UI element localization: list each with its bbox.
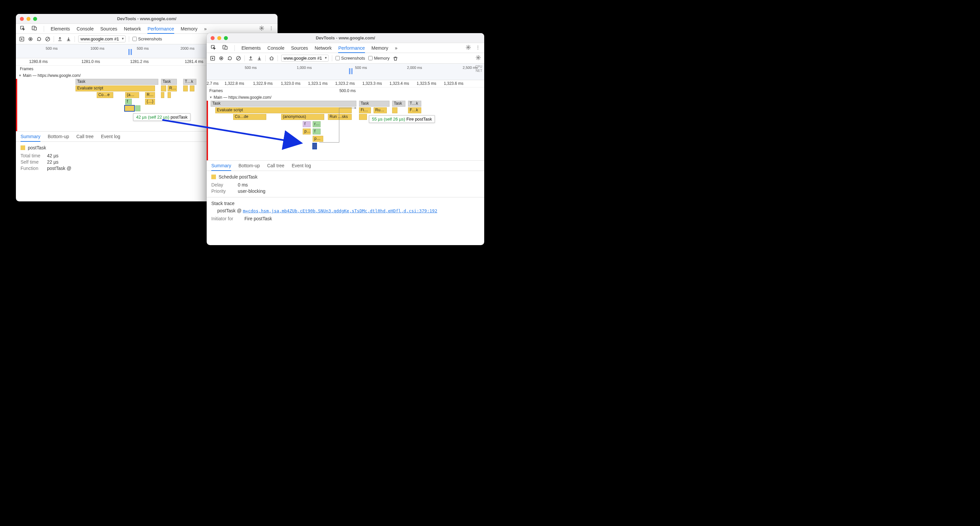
memory-checkbox[interactable]: Memory — [368, 56, 390, 61]
tab-console[interactable]: Console — [267, 45, 284, 51]
tab-elements[interactable]: Elements — [51, 26, 70, 32]
tab-network[interactable]: Network — [124, 26, 141, 32]
tab-sources[interactable]: Sources — [100, 26, 117, 32]
flame-entry-selected[interactable] — [313, 143, 317, 149]
tab-performance[interactable]: Performance — [338, 45, 364, 53]
dtab-calltree[interactable]: Call tree — [76, 134, 94, 139]
tab-sources[interactable]: Sources — [291, 45, 308, 51]
flame-entry[interactable] — [183, 86, 188, 91]
flame-entry[interactable]: Ru…s — [374, 107, 387, 113]
flame-entry[interactable]: f — [303, 121, 311, 127]
svg-point-6 — [30, 38, 32, 40]
kebab-icon[interactable]: ⋮ — [269, 26, 274, 32]
collapse-icon[interactable]: ▼ — [209, 96, 212, 99]
dtab-eventlog[interactable]: Event log — [101, 134, 120, 139]
device-toggle-icon[interactable] — [32, 26, 37, 32]
tab-performance[interactable]: Performance — [147, 26, 174, 34]
dtab-bottomup[interactable]: Bottom-up — [239, 163, 260, 168]
flame-entry[interactable]: Co…e — [97, 92, 113, 98]
gc-icon[interactable] — [393, 56, 398, 61]
tab-memory[interactable]: Memory — [372, 45, 388, 51]
flame-entry[interactable] — [161, 86, 166, 91]
dtab-eventlog[interactable]: Event log — [292, 163, 311, 168]
flame-entry[interactable]: R…s — [145, 92, 155, 98]
dtab-summary[interactable]: Summary — [211, 163, 231, 171]
svg-rect-2 — [34, 27, 37, 30]
overview-window-icon[interactable] — [349, 68, 352, 74]
flame-entry-task[interactable]: Task — [359, 101, 390, 107]
time-ruler[interactable]: 2.7 ms 1,322.8 ms 1,322.9 ms 1,323.0 ms … — [207, 80, 484, 88]
overflow-tabs-icon[interactable]: » — [395, 45, 398, 51]
screenshots-checkbox[interactable]: Screenshots — [336, 56, 365, 61]
source-link[interactable]: m=cdos,hsm,jsa,mb4ZUb,cEt90b,SNUn3,qddgK… — [243, 208, 437, 213]
flame-entry[interactable]: f — [125, 99, 132, 105]
dtab-calltree[interactable]: Call tree — [267, 163, 285, 168]
reload-icon[interactable] — [227, 56, 232, 61]
dtab-bottomup[interactable]: Bottom-up — [48, 134, 69, 139]
screenshots-checkbox[interactable]: Screenshots — [132, 37, 162, 41]
download-icon[interactable] — [66, 37, 71, 42]
tab-console[interactable]: Console — [76, 26, 93, 32]
async-link-icon — [319, 108, 362, 148]
device-toggle-icon[interactable] — [223, 45, 228, 51]
flame-entry[interactable]: R… — [168, 86, 177, 91]
flame-entry-task[interactable]: Task — [161, 79, 177, 85]
panel-tabs[interactable]: Elements Console Sources Network Perform… — [16, 24, 278, 34]
kebab-icon[interactable]: ⋮ — [476, 45, 480, 51]
reload-icon[interactable] — [37, 37, 42, 42]
dtab-summary[interactable]: Summary — [21, 134, 40, 142]
ruler-tick: 1,323.3 ms — [362, 81, 382, 86]
titlebar[interactable]: DevTools - www.google.com/ — [16, 14, 278, 24]
tab-network[interactable]: Network — [315, 45, 331, 51]
inspect-icon[interactable] — [20, 26, 25, 32]
detail-tabs[interactable]: Summary Bottom-up Call tree Event log — [207, 160, 484, 171]
titlebar[interactable]: DevTools - www.google.com/ — [207, 33, 484, 43]
flame-entry[interactable] — [161, 92, 164, 98]
upload-icon[interactable] — [57, 37, 63, 42]
toggle-timeline-icon[interactable] — [19, 37, 24, 42]
collapse-icon[interactable]: ▼ — [19, 74, 22, 77]
settings-icon[interactable] — [259, 26, 264, 32]
toggle-timeline-icon[interactable] — [210, 56, 215, 61]
flame-entry-selected[interactable] — [124, 105, 134, 111]
frames-track-label[interactable]: Frames 500.0 ms — [207, 88, 484, 94]
devtools-window-b: DevTools - www.google.com/ Elements Cons… — [207, 33, 484, 245]
panel-tabs[interactable]: Elements Console Sources Network Perform… — [207, 43, 484, 53]
overview-ruler[interactable]: 500 ms 1,000 ms 500 ms 2,000 ms 2,500 ms… — [207, 64, 484, 80]
summary-panel: Schedule postTask Delay0 ms Priorityuser… — [207, 171, 484, 226]
inspect-icon[interactable] — [211, 45, 216, 51]
overflow-tabs-icon[interactable]: » — [204, 26, 207, 32]
settings-icon[interactable] — [466, 45, 471, 51]
flame-entry-task[interactable]: Task — [392, 101, 406, 107]
tab-elements[interactable]: Elements — [242, 45, 261, 51]
flame-entry[interactable]: (anonymous) — [281, 114, 324, 120]
main-track-label[interactable]: ▼Main — https://www.google.com/ — [207, 94, 484, 101]
tab-memory[interactable]: Memory — [181, 26, 198, 32]
record-icon[interactable] — [28, 37, 33, 42]
flame-entry[interactable]: (…) — [145, 99, 155, 105]
panel-settings-icon[interactable] — [476, 55, 481, 61]
overview-window-icon[interactable] — [129, 49, 132, 55]
flame-entry[interactable]: p… — [303, 129, 311, 134]
flame-entry[interactable] — [135, 105, 140, 111]
flame-entry[interactable] — [190, 86, 194, 91]
flame-entry-task[interactable]: T…k — [408, 101, 421, 107]
flame-entry-task[interactable]: T…k — [183, 79, 196, 85]
record-icon[interactable] — [219, 56, 224, 61]
flame-entry[interactable]: Co…de — [233, 114, 266, 120]
clear-icon[interactable] — [236, 56, 241, 61]
flame-entry[interactable]: Evaluate script — [75, 86, 155, 91]
flame-entry[interactable]: F…k — [408, 107, 421, 113]
clear-icon[interactable] — [45, 37, 50, 42]
home-icon[interactable] — [269, 56, 274, 61]
flame-entry-task[interactable]: Task — [211, 101, 356, 107]
upload-icon[interactable] — [248, 56, 253, 61]
flame-entry-task[interactable]: Task — [75, 79, 158, 85]
flame-entry[interactable]: (a…s) — [125, 92, 139, 98]
flame-entry[interactable] — [392, 107, 398, 113]
profile-select[interactable]: www.google.com #1 — [281, 55, 329, 62]
download-icon[interactable] — [257, 56, 262, 61]
flame-chart[interactable]: Task Task Task T…k Evaluate script Fi…k … — [207, 101, 484, 160]
flame-entry[interactable] — [168, 92, 171, 98]
profile-select[interactable]: www.google.com #1 — [78, 35, 126, 42]
